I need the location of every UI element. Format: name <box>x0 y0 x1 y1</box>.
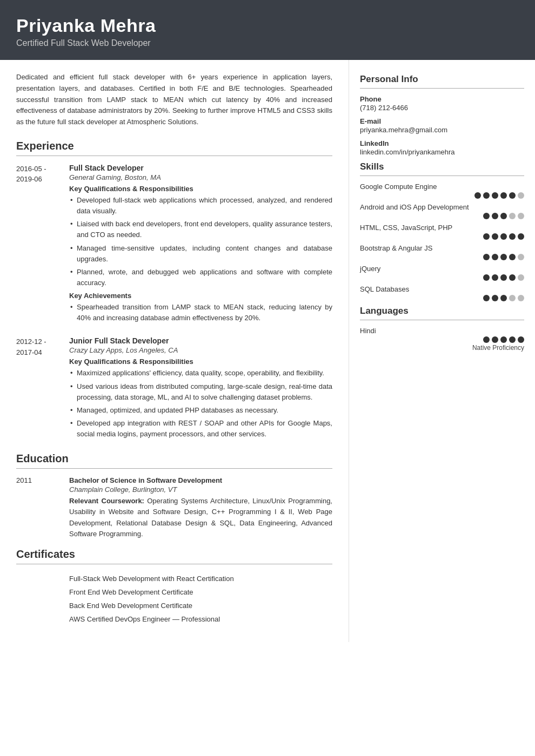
experience-list: 2016-05 -2019-06Full Stack DeveloperGene… <box>16 164 332 443</box>
skill-dot-1-0 <box>483 213 490 219</box>
skill-dot-5-3 <box>509 295 516 301</box>
certificate-text-2: Back End Web Development Certificate <box>69 599 332 612</box>
skill-dots-1 <box>360 213 524 219</box>
skill-name-4: jQuery <box>360 265 524 273</box>
skill-dot-3-2 <box>500 254 507 260</box>
main-layout: Dedicated and efficient full stack devel… <box>0 60 535 642</box>
education-list: 2011Bachelor of Science in Software Deve… <box>16 476 332 539</box>
edu-content-0: Bachelor of Science in Software Developm… <box>69 476 332 539</box>
skill-dot-3-4 <box>518 254 524 260</box>
skill-dot-5-0 <box>483 295 490 301</box>
exp-kq-label-1: Key Qualifications & Responsibilities <box>69 357 332 366</box>
languages-title: Languages <box>360 306 524 316</box>
exp-bullets-0: Developed full-stack web applications wh… <box>69 195 332 288</box>
exp-achievements-label-0: Key Achievements <box>69 292 332 300</box>
phone-value: (718) 212-6466 <box>360 104 524 112</box>
skill-name-1: Android and iOS App Development <box>360 203 524 211</box>
skill-dot-0-4 <box>509 192 516 199</box>
skill-dot-4-4 <box>518 274 524 281</box>
candidate-subtitle: Certified Full Stack Web Developer <box>16 38 519 48</box>
skill-dot-2-1 <box>492 233 498 240</box>
exp-content-0: Full Stack DeveloperGeneral Gaming, Bost… <box>69 164 332 327</box>
skill-dot-2-2 <box>500 233 507 240</box>
exp-content-1: Junior Full Stack DeveloperCrazy Lazy Ap… <box>69 336 332 443</box>
cert-spacer-2 <box>16 599 69 612</box>
skill-dot-5-1 <box>492 295 498 301</box>
education-entry-0: 2011Bachelor of Science in Software Deve… <box>16 476 332 539</box>
skill-dot-0-1 <box>483 192 490 199</box>
languages-section: Languages HindiNative Proficiency <box>360 306 524 352</box>
right-column: Personal Info Phone (718) 212-6466 E-mai… <box>349 60 535 642</box>
candidate-name: Priyanka Mehra <box>16 15 519 36</box>
exp-job-title-0: Full Stack Developer <box>69 164 332 172</box>
certificate-entry-0: Full-Stack Web Development with React Ce… <box>16 572 332 585</box>
phone-label: Phone <box>360 95 524 103</box>
lang-dot-0-4 <box>518 336 524 343</box>
exp-company-1: Crazy Lazy Apps, Los Angeles, CA <box>69 346 332 354</box>
cert-spacer-1 <box>16 585 69 599</box>
skill-dot-3-0 <box>483 254 490 260</box>
personal-info-section: Personal Info Phone (718) 212-6466 E-mai… <box>360 74 524 156</box>
skill-dot-1-3 <box>509 213 516 219</box>
exp-bullet-0-2: Managed time-sensitive updates, includin… <box>69 243 332 265</box>
lang-name-0: Hindi <box>360 327 524 335</box>
exp-date-start: 2016-05 - <box>16 165 46 173</box>
certificates-divider <box>16 564 332 564</box>
experience-section: Experience 2016-05 -2019-06Full Stack De… <box>16 140 332 443</box>
email-label: E-mail <box>360 117 524 125</box>
exp-date-end: 2017-04 <box>16 348 42 356</box>
education-title: Education <box>16 453 332 465</box>
skill-dot-5-2 <box>500 295 507 301</box>
lang-dot-0-3 <box>509 336 516 343</box>
skill-dot-2-3 <box>509 233 516 240</box>
experience-entry-0: 2016-05 -2019-06Full Stack DeveloperGene… <box>16 164 332 327</box>
skills-section: Skills Google Compute EngineAndroid and … <box>360 161 524 301</box>
skill-dots-4 <box>360 274 524 281</box>
personal-info-divider <box>360 88 524 89</box>
lang-dot-0-2 <box>500 336 507 343</box>
certificates-list: Full-Stack Web Development with React Ce… <box>16 572 332 626</box>
experience-entry-1: 2012-12 -2017-04Junior Full Stack Develo… <box>16 336 332 443</box>
skill-dot-2-4 <box>518 233 524 240</box>
skill-dots-2 <box>360 233 524 240</box>
lang-dot-0-0 <box>483 336 490 343</box>
linkedin-value: linkedin.com/in/priyankamehra <box>360 148 524 156</box>
resume-header: Priyanka Mehra Certified Full Stack Web … <box>0 0 535 60</box>
skill-dot-4-2 <box>500 274 507 281</box>
skill-dot-2-0 <box>483 233 490 240</box>
certificate-text-3: AWS Certified DevOps Engineer — Professi… <box>69 612 332 626</box>
edu-degree-0: Bachelor of Science in Software Developm… <box>69 476 332 484</box>
exp-date-start: 2012-12 - <box>16 338 46 346</box>
languages-divider <box>360 320 524 320</box>
skill-dot-4-1 <box>492 274 498 281</box>
lang-dots-0 <box>360 336 524 343</box>
skill-name-2: HTML, CSS, JavaScript, PHP <box>360 224 524 232</box>
exp-dates-0: 2016-05 -2019-06 <box>16 164 69 327</box>
exp-achievement-0-0: Spearheaded transition from LAMP stack t… <box>69 302 332 323</box>
skill-name-0: Google Compute Engine <box>360 183 524 191</box>
skill-dot-3-3 <box>509 254 516 260</box>
lang-dot-0-1 <box>492 336 498 343</box>
skill-dots-3 <box>360 254 524 260</box>
exp-bullet-1-3: Developed app integration with REST / SO… <box>69 418 332 440</box>
skill-dot-0-5 <box>518 192 524 199</box>
education-divider <box>16 468 332 469</box>
exp-achievements-list-0: Spearheaded transition from LAMP stack t… <box>69 302 332 323</box>
lang-level-0: Native Proficiency <box>360 344 524 352</box>
certificate-entry-3: AWS Certified DevOps Engineer — Professi… <box>16 612 332 626</box>
exp-bullet-0-1: Liaised with back end developers, front … <box>69 219 332 240</box>
edu-coursework-0: Relevant Coursework: Operating Systems A… <box>69 496 332 539</box>
skill-dot-0-2 <box>492 192 498 199</box>
exp-kq-label-0: Key Qualifications & Responsibilities <box>69 185 332 193</box>
skill-dot-4-0 <box>483 274 490 281</box>
edu-school-0: Champlain College, Burlington, VT <box>69 485 332 494</box>
certificate-entry-2: Back End Web Development Certificate <box>16 599 332 612</box>
exp-bullet-1-2: Managed, optimized, and updated PHP data… <box>69 405 332 416</box>
exp-job-title-1: Junior Full Stack Developer <box>69 336 332 345</box>
skills-list: Google Compute EngineAndroid and iOS App… <box>360 183 524 301</box>
personal-info-title: Personal Info <box>360 74 524 85</box>
experience-divider <box>16 156 332 156</box>
skill-name-3: Bootstrap & Angular JS <box>360 244 524 252</box>
exp-bullet-1-1: Used various ideas from distributed comp… <box>69 381 332 403</box>
skill-dot-0-0 <box>474 192 481 199</box>
